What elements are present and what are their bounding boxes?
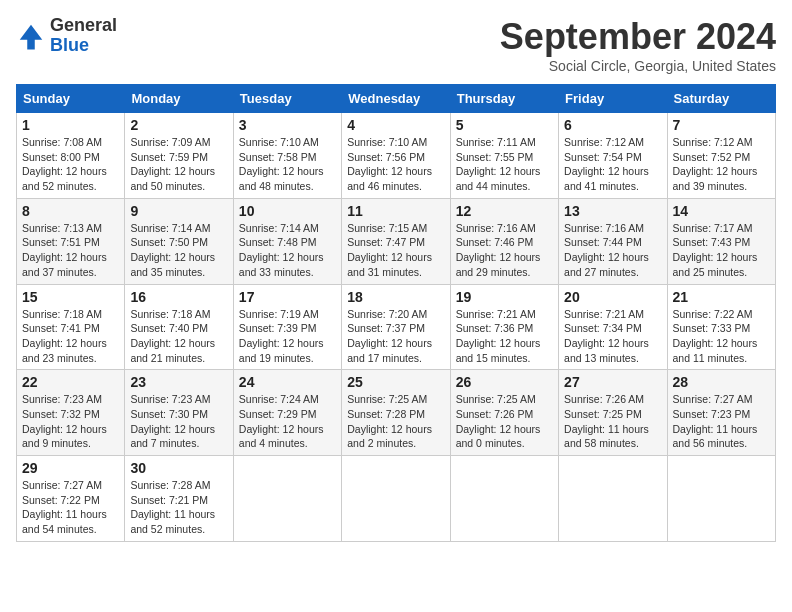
day-info: Sunrise: 7:28 AM Sunset: 7:21 PM Dayligh… — [130, 478, 227, 537]
calendar-table: SundayMondayTuesdayWednesdayThursdayFrid… — [16, 84, 776, 542]
day-info: Sunrise: 7:27 AM Sunset: 7:22 PM Dayligh… — [22, 478, 119, 537]
day-info: Sunrise: 7:22 AM Sunset: 7:33 PM Dayligh… — [673, 307, 770, 366]
day-info: Sunrise: 7:08 AM Sunset: 8:00 PM Dayligh… — [22, 135, 119, 194]
day-cell: 1Sunrise: 7:08 AM Sunset: 8:00 PM Daylig… — [17, 113, 125, 199]
day-cell: 13Sunrise: 7:16 AM Sunset: 7:44 PM Dayli… — [559, 198, 667, 284]
week-row-1: 1Sunrise: 7:08 AM Sunset: 8:00 PM Daylig… — [17, 113, 776, 199]
day-number: 25 — [347, 374, 444, 390]
day-cell: 2Sunrise: 7:09 AM Sunset: 7:59 PM Daylig… — [125, 113, 233, 199]
day-number: 1 — [22, 117, 119, 133]
day-info: Sunrise: 7:14 AM Sunset: 7:50 PM Dayligh… — [130, 221, 227, 280]
day-cell: 20Sunrise: 7:21 AM Sunset: 7:34 PM Dayli… — [559, 284, 667, 370]
col-header-monday: Monday — [125, 85, 233, 113]
day-info: Sunrise: 7:23 AM Sunset: 7:32 PM Dayligh… — [22, 392, 119, 451]
day-number: 5 — [456, 117, 553, 133]
day-cell — [559, 456, 667, 542]
day-cell: 22Sunrise: 7:23 AM Sunset: 7:32 PM Dayli… — [17, 370, 125, 456]
day-info: Sunrise: 7:25 AM Sunset: 7:26 PM Dayligh… — [456, 392, 553, 451]
day-info: Sunrise: 7:21 AM Sunset: 7:34 PM Dayligh… — [564, 307, 661, 366]
col-header-saturday: Saturday — [667, 85, 775, 113]
day-number: 3 — [239, 117, 336, 133]
svg-marker-0 — [20, 25, 43, 50]
day-cell: 14Sunrise: 7:17 AM Sunset: 7:43 PM Dayli… — [667, 198, 775, 284]
day-info: Sunrise: 7:13 AM Sunset: 7:51 PM Dayligh… — [22, 221, 119, 280]
day-info: Sunrise: 7:11 AM Sunset: 7:55 PM Dayligh… — [456, 135, 553, 194]
day-info: Sunrise: 7:12 AM Sunset: 7:54 PM Dayligh… — [564, 135, 661, 194]
day-number: 27 — [564, 374, 661, 390]
day-number: 13 — [564, 203, 661, 219]
week-row-4: 22Sunrise: 7:23 AM Sunset: 7:32 PM Dayli… — [17, 370, 776, 456]
day-cell: 28Sunrise: 7:27 AM Sunset: 7:23 PM Dayli… — [667, 370, 775, 456]
col-header-thursday: Thursday — [450, 85, 558, 113]
logo-blue: Blue — [50, 36, 117, 56]
day-info: Sunrise: 7:18 AM Sunset: 7:40 PM Dayligh… — [130, 307, 227, 366]
day-number: 20 — [564, 289, 661, 305]
day-info: Sunrise: 7:18 AM Sunset: 7:41 PM Dayligh… — [22, 307, 119, 366]
day-info: Sunrise: 7:21 AM Sunset: 7:36 PM Dayligh… — [456, 307, 553, 366]
header-row: SundayMondayTuesdayWednesdayThursdayFrid… — [17, 85, 776, 113]
day-number: 16 — [130, 289, 227, 305]
day-number: 28 — [673, 374, 770, 390]
day-number: 11 — [347, 203, 444, 219]
col-header-sunday: Sunday — [17, 85, 125, 113]
day-info: Sunrise: 7:26 AM Sunset: 7:25 PM Dayligh… — [564, 392, 661, 451]
day-info: Sunrise: 7:19 AM Sunset: 7:39 PM Dayligh… — [239, 307, 336, 366]
day-cell: 9Sunrise: 7:14 AM Sunset: 7:50 PM Daylig… — [125, 198, 233, 284]
day-info: Sunrise: 7:12 AM Sunset: 7:52 PM Dayligh… — [673, 135, 770, 194]
day-cell: 23Sunrise: 7:23 AM Sunset: 7:30 PM Dayli… — [125, 370, 233, 456]
day-cell: 11Sunrise: 7:15 AM Sunset: 7:47 PM Dayli… — [342, 198, 450, 284]
day-cell: 30Sunrise: 7:28 AM Sunset: 7:21 PM Dayli… — [125, 456, 233, 542]
day-cell: 26Sunrise: 7:25 AM Sunset: 7:26 PM Dayli… — [450, 370, 558, 456]
day-cell: 18Sunrise: 7:20 AM Sunset: 7:37 PM Dayli… — [342, 284, 450, 370]
col-header-friday: Friday — [559, 85, 667, 113]
day-number: 2 — [130, 117, 227, 133]
header: General Blue September 2024 Social Circl… — [16, 16, 776, 74]
day-info: Sunrise: 7:23 AM Sunset: 7:30 PM Dayligh… — [130, 392, 227, 451]
day-cell: 12Sunrise: 7:16 AM Sunset: 7:46 PM Dayli… — [450, 198, 558, 284]
day-cell — [667, 456, 775, 542]
day-cell: 8Sunrise: 7:13 AM Sunset: 7:51 PM Daylig… — [17, 198, 125, 284]
day-number: 21 — [673, 289, 770, 305]
day-info: Sunrise: 7:14 AM Sunset: 7:48 PM Dayligh… — [239, 221, 336, 280]
day-number: 12 — [456, 203, 553, 219]
day-number: 19 — [456, 289, 553, 305]
day-number: 17 — [239, 289, 336, 305]
day-number: 26 — [456, 374, 553, 390]
logo: General Blue — [16, 16, 117, 56]
calendar-title: September 2024 — [500, 16, 776, 58]
day-info: Sunrise: 7:20 AM Sunset: 7:37 PM Dayligh… — [347, 307, 444, 366]
day-number: 6 — [564, 117, 661, 133]
calendar-subtitle: Social Circle, Georgia, United States — [500, 58, 776, 74]
day-cell: 5Sunrise: 7:11 AM Sunset: 7:55 PM Daylig… — [450, 113, 558, 199]
day-cell: 25Sunrise: 7:25 AM Sunset: 7:28 PM Dayli… — [342, 370, 450, 456]
day-number: 30 — [130, 460, 227, 476]
day-number: 18 — [347, 289, 444, 305]
day-cell: 6Sunrise: 7:12 AM Sunset: 7:54 PM Daylig… — [559, 113, 667, 199]
title-area: September 2024 Social Circle, Georgia, U… — [500, 16, 776, 74]
day-info: Sunrise: 7:24 AM Sunset: 7:29 PM Dayligh… — [239, 392, 336, 451]
day-number: 15 — [22, 289, 119, 305]
day-cell: 19Sunrise: 7:21 AM Sunset: 7:36 PM Dayli… — [450, 284, 558, 370]
day-info: Sunrise: 7:25 AM Sunset: 7:28 PM Dayligh… — [347, 392, 444, 451]
day-cell: 24Sunrise: 7:24 AM Sunset: 7:29 PM Dayli… — [233, 370, 341, 456]
day-info: Sunrise: 7:10 AM Sunset: 7:58 PM Dayligh… — [239, 135, 336, 194]
day-info: Sunrise: 7:27 AM Sunset: 7:23 PM Dayligh… — [673, 392, 770, 451]
day-number: 9 — [130, 203, 227, 219]
day-cell — [233, 456, 341, 542]
day-cell: 29Sunrise: 7:27 AM Sunset: 7:22 PM Dayli… — [17, 456, 125, 542]
day-info: Sunrise: 7:17 AM Sunset: 7:43 PM Dayligh… — [673, 221, 770, 280]
day-number: 24 — [239, 374, 336, 390]
day-cell: 15Sunrise: 7:18 AM Sunset: 7:41 PM Dayli… — [17, 284, 125, 370]
day-number: 7 — [673, 117, 770, 133]
day-cell — [450, 456, 558, 542]
week-row-3: 15Sunrise: 7:18 AM Sunset: 7:41 PM Dayli… — [17, 284, 776, 370]
day-cell: 27Sunrise: 7:26 AM Sunset: 7:25 PM Dayli… — [559, 370, 667, 456]
day-cell: 4Sunrise: 7:10 AM Sunset: 7:56 PM Daylig… — [342, 113, 450, 199]
day-number: 10 — [239, 203, 336, 219]
day-info: Sunrise: 7:09 AM Sunset: 7:59 PM Dayligh… — [130, 135, 227, 194]
day-number: 8 — [22, 203, 119, 219]
day-info: Sunrise: 7:16 AM Sunset: 7:44 PM Dayligh… — [564, 221, 661, 280]
day-cell: 10Sunrise: 7:14 AM Sunset: 7:48 PM Dayli… — [233, 198, 341, 284]
week-row-2: 8Sunrise: 7:13 AM Sunset: 7:51 PM Daylig… — [17, 198, 776, 284]
col-header-tuesday: Tuesday — [233, 85, 341, 113]
